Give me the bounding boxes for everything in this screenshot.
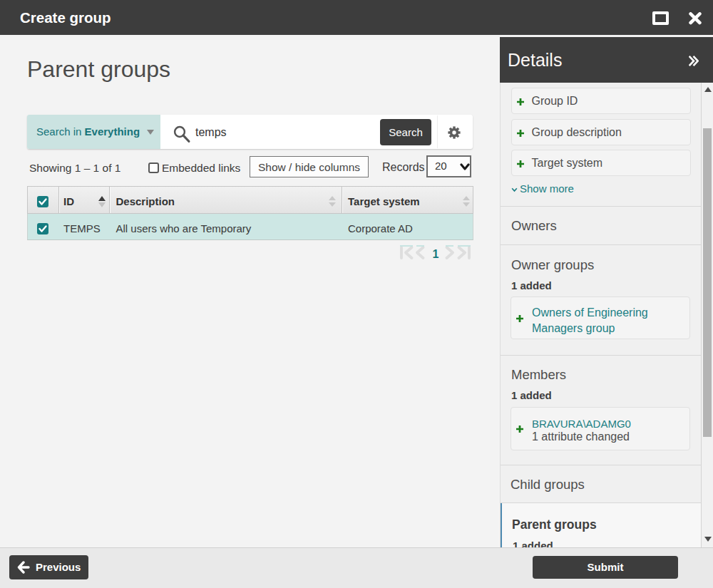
svg-text:1: 1 [433, 248, 439, 260]
